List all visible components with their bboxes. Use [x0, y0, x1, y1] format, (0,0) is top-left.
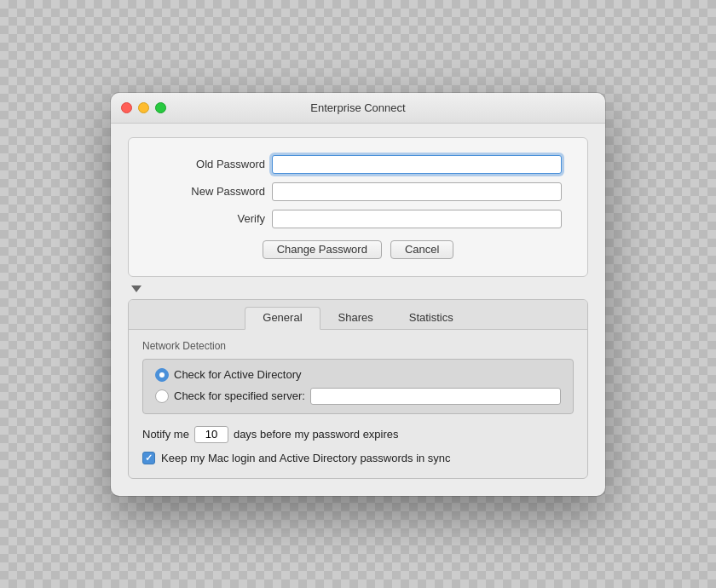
network-detection-box: Check for Active Directory Check for spe…: [142, 359, 574, 414]
bottom-panel: General Shares Statistics Network Detect…: [128, 299, 588, 479]
tab-general[interactable]: General: [245, 307, 320, 330]
tabs: General Shares Statistics: [129, 300, 587, 330]
tab-statistics[interactable]: Statistics: [391, 307, 471, 330]
cancel-button[interactable]: Cancel: [390, 240, 453, 259]
radio-specified-server[interactable]: [155, 389, 169, 403]
disclosure-row: [128, 285, 588, 292]
tab-shares[interactable]: Shares: [320, 307, 391, 330]
radio-active-directory-label: Check for Active Directory: [174, 368, 302, 381]
traffic-lights: [121, 102, 166, 113]
window-title: Enterprise Connect: [310, 101, 405, 114]
verify-row: Verify: [154, 210, 562, 228]
notify-suffix: days before my password expires: [234, 428, 399, 441]
button-row: Change Password Cancel: [154, 240, 562, 259]
minimize-button[interactable]: [138, 102, 149, 113]
notify-row: Notify me days before my password expire…: [142, 426, 574, 443]
notify-prefix: Notify me: [142, 428, 189, 441]
verify-input[interactable]: [272, 210, 562, 228]
sync-checkbox-row: Keep my Mac login and Active Directory p…: [142, 452, 574, 464]
radio-specified-server-label: Check for specified server:: [174, 389, 305, 402]
general-tab-content: Network Detection Check for Active Direc…: [129, 330, 587, 478]
old-password-input[interactable]: [272, 155, 562, 174]
sync-checkbox[interactable]: [142, 452, 155, 464]
new-password-label: New Password: [154, 185, 265, 198]
close-button[interactable]: [121, 102, 132, 113]
titlebar: Enterprise Connect: [111, 93, 605, 124]
radio-active-directory[interactable]: [155, 368, 169, 382]
radio-specified-server-row: Check for specified server:: [155, 388, 561, 405]
network-detection-label: Network Detection: [142, 340, 574, 352]
main-window: Enterprise Connect Old Password New Pass…: [111, 93, 605, 496]
old-password-label: Old Password: [154, 158, 265, 170]
verify-label: Verify: [154, 212, 265, 225]
maximize-button[interactable]: [155, 102, 166, 113]
window-content: Old Password New Password Verify Change …: [111, 124, 605, 496]
password-panel: Old Password New Password Verify Change …: [128, 137, 588, 277]
new-password-input[interactable]: [272, 182, 562, 201]
old-password-row: Old Password: [154, 155, 562, 174]
change-password-button[interactable]: Change Password: [263, 240, 382, 259]
radio-active-directory-row: Check for Active Directory: [155, 368, 561, 382]
server-input[interactable]: [310, 388, 561, 405]
sync-label: Keep my Mac login and Active Directory p…: [161, 452, 451, 464]
new-password-row: New Password: [154, 182, 562, 201]
disclosure-triangle-icon[interactable]: [131, 285, 141, 292]
notify-days-input[interactable]: [194, 426, 228, 443]
